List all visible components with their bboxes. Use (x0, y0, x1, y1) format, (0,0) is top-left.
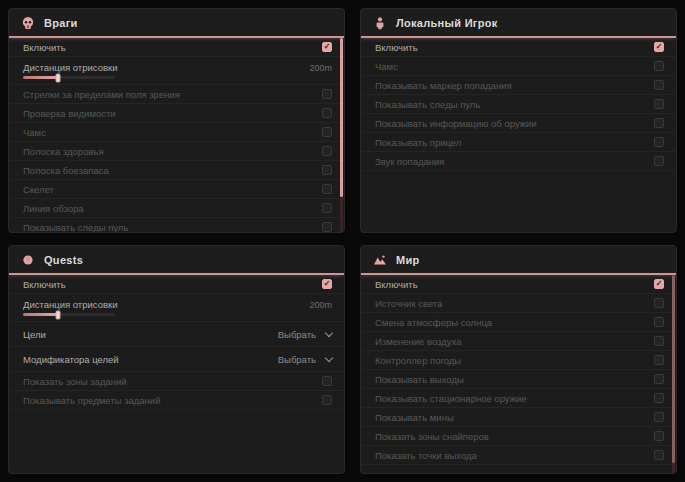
checkbox[interactable] (322, 146, 332, 156)
row-label: Показать зоны снайперов (375, 431, 489, 442)
mod-menu: ВрагиВключить✓Дистанция отрисовки200mСтр… (0, 0, 685, 482)
row-quests-1[interactable]: Дистанция отрисовки200m (9, 294, 344, 322)
row-enemies-6[interactable]: Полоска боезапаса (9, 161, 344, 180)
row-enemies-9[interactable]: Показывать следы пуль (9, 218, 344, 232)
person-icon (373, 16, 387, 30)
select-label: Цели (23, 329, 46, 340)
checkbox[interactable]: ✓ (654, 279, 664, 289)
row-enemies-0[interactable]: Включить✓ (9, 38, 344, 57)
checkbox[interactable] (654, 80, 664, 90)
row-label: Скелет (23, 184, 54, 195)
checkbox[interactable] (654, 317, 664, 327)
slider-fill (23, 313, 58, 316)
row-world-4[interactable]: Контроллер погоды (361, 351, 676, 370)
row-enemies-2[interactable]: Стрелки за пределами поля зрения (9, 85, 344, 104)
row-label: Проверка видимости (23, 108, 116, 119)
row-label: Линия обзора (23, 203, 84, 214)
checkbox[interactable] (654, 118, 664, 128)
row-local-player-3[interactable]: Показывать следы пуль (361, 95, 676, 114)
checkbox[interactable] (322, 89, 332, 99)
checkbox[interactable] (654, 431, 664, 441)
checkbox[interactable] (322, 222, 332, 232)
checkbox[interactable] (322, 165, 332, 175)
checkbox[interactable]: ✓ (654, 42, 664, 52)
row-enemies-1[interactable]: Дистанция отрисовки200m (9, 57, 344, 85)
panel-title: Враги (44, 17, 78, 29)
checkbox[interactable] (654, 355, 664, 365)
row-world-2[interactable]: Смена атмосферы солнца (361, 313, 676, 332)
row-world-7[interactable]: Показывать мины (361, 408, 676, 427)
checkbox[interactable] (654, 61, 664, 71)
panel-body-enemies: Включить✓Дистанция отрисовки200mСтрелки … (9, 38, 344, 232)
checkbox[interactable] (322, 127, 332, 137)
row-local-player-6[interactable]: Звук попадания (361, 152, 676, 171)
slider-label: Дистанция отрисовки (23, 62, 117, 73)
checkbox[interactable] (654, 450, 664, 460)
row-label: Включить (23, 42, 66, 53)
checkbox[interactable]: ✓ (322, 42, 332, 52)
skull-icon (21, 16, 35, 30)
checkbox[interactable] (654, 393, 664, 403)
chevron-down-icon (325, 353, 333, 361)
row-world-5[interactable]: Показывать выходы (361, 370, 676, 389)
row-label: Смена атмосферы солнца (375, 317, 492, 328)
row-enemies-7[interactable]: Скелет (9, 180, 344, 199)
row-label: Показывать информацию об оружии (375, 118, 537, 129)
row-enemies-5[interactable]: Полоска здоровья (9, 142, 344, 161)
row-enemies-8[interactable]: Линия обзора (9, 199, 344, 218)
row-world-6[interactable]: Показывать стационарное оружие (361, 389, 676, 408)
row-label: Показать точки выхода (375, 450, 477, 461)
slider-track[interactable] (23, 76, 115, 79)
checkbox[interactable] (654, 374, 664, 384)
row-local-player-1[interactable]: Чамс (361, 57, 676, 76)
scrollbar-thumb[interactable] (672, 275, 675, 463)
slider-track[interactable] (23, 313, 115, 316)
row-label: Включить (375, 42, 418, 53)
row-local-player-5[interactable]: Показывать прицел (361, 133, 676, 152)
row-quests-0[interactable]: Включить✓ (9, 275, 344, 294)
row-label: Чамс (23, 127, 46, 138)
row-label: Контроллер погоды (375, 355, 461, 366)
row-label: Изменение воздуха (375, 336, 462, 347)
row-enemies-3[interactable]: Проверка видимости (9, 104, 344, 123)
checkbox[interactable]: ✓ (322, 279, 332, 289)
panel-header-enemies: Враги (9, 9, 344, 38)
select-dropdown[interactable]: Выбрать (278, 354, 332, 365)
checkbox[interactable] (654, 298, 664, 308)
row-quests-3[interactable]: Модификатора целейВыбрать (9, 347, 344, 372)
row-quests-2[interactable]: ЦелиВыбрать (9, 322, 344, 347)
checkbox[interactable] (654, 336, 664, 346)
select-dropdown[interactable]: Выбрать (278, 329, 332, 340)
row-world-8[interactable]: Показать зоны снайперов (361, 427, 676, 446)
row-label: Показывать следы пуль (375, 99, 480, 110)
checkbox[interactable] (322, 395, 332, 405)
scrollbar-thumb[interactable] (340, 38, 343, 197)
row-label: Полоска боезапаса (23, 165, 109, 176)
row-local-player-4[interactable]: Показывать информацию об оружии (361, 114, 676, 133)
row-quests-4[interactable]: Показать зоны заданий (9, 372, 344, 391)
checkbox[interactable] (654, 412, 664, 422)
checkbox[interactable] (322, 184, 332, 194)
row-enemies-4[interactable]: Чамс (9, 123, 344, 142)
checkbox[interactable] (322, 108, 332, 118)
row-quests-5[interactable]: Показывать предметы заданий (9, 391, 344, 410)
slider-thumb[interactable] (55, 73, 60, 82)
scrollbar-track[interactable] (672, 275, 675, 473)
row-label: Показывать прицел (375, 137, 461, 148)
row-label: Показывать следы пуль (23, 222, 128, 233)
row-world-0[interactable]: Включить✓ (361, 275, 676, 294)
slider-thumb[interactable] (55, 310, 60, 319)
row-world-3[interactable]: Изменение воздуха (361, 332, 676, 351)
row-world-9[interactable]: Показать точки выхода (361, 446, 676, 465)
checkbox[interactable] (322, 203, 332, 213)
scrollbar-track[interactable] (340, 38, 343, 232)
checkbox[interactable] (322, 376, 332, 386)
checkbox[interactable] (654, 99, 664, 109)
checkbox[interactable] (654, 156, 664, 166)
row-world-1[interactable]: Источник света (361, 294, 676, 313)
row-label: Полоска здоровья (23, 146, 104, 157)
row-label: Источник света (375, 298, 442, 309)
row-local-player-0[interactable]: Включить✓ (361, 38, 676, 57)
row-local-player-2[interactable]: Показывать маркер попадания (361, 76, 676, 95)
checkbox[interactable] (654, 137, 664, 147)
